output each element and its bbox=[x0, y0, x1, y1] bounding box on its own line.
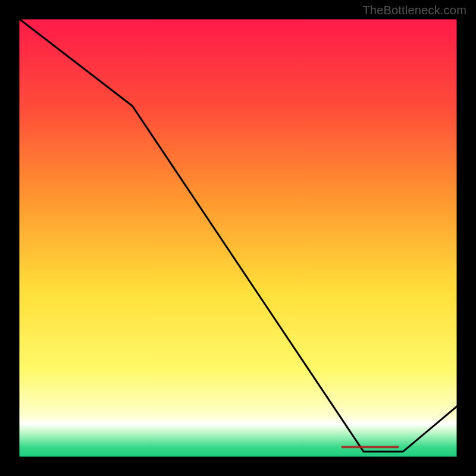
svg-rect-0 bbox=[18, 18, 458, 458]
svg-rect-2 bbox=[342, 446, 399, 448]
chart-container: TheBottleneck.com bbox=[0, 0, 476, 476]
bottleneck-chart bbox=[0, 0, 476, 476]
